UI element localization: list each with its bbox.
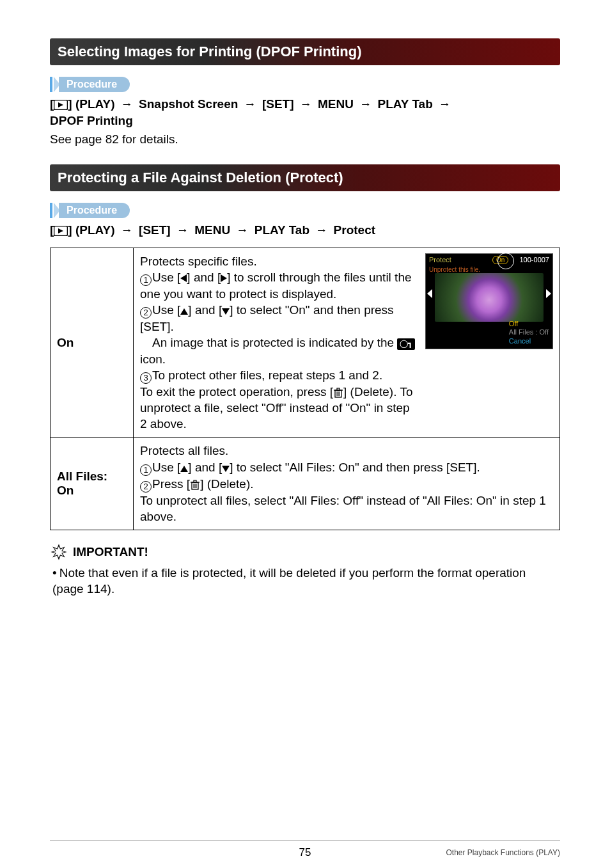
arrow-icon: →	[315, 223, 327, 237]
option-on-text: Protects specific files. 1Use [] and [] …	[140, 253, 419, 432]
svg-rect-12	[194, 480, 196, 482]
left-arrow-icon	[180, 274, 187, 282]
arrow-icon: →	[176, 223, 189, 237]
step-1-icon: 1	[140, 464, 152, 476]
footer-section-name: Other Playback Functions (PLAY)	[446, 848, 560, 857]
table-row: On Protects specific files. 1Use [] and …	[51, 248, 560, 438]
svg-marker-1	[58, 102, 63, 107]
table-row: All Files: On Protects all files. 1Use […	[51, 438, 560, 530]
indicated-b: icon.	[140, 352, 166, 366]
procedure-label-row: Procedure	[50, 77, 560, 92]
play-mode-icon	[54, 100, 68, 110]
path-seg-dpof: DPOF Printing	[50, 114, 133, 127]
procedure-label-row: Procedure	[50, 203, 560, 218]
step1-a: Use [	[152, 271, 180, 284]
protect-options-table: On Protects specific files. 1Use [] and …	[50, 248, 560, 530]
path-seg-set: [SET]	[139, 223, 171, 237]
menu-path-protect: [] (PLAY) → [SET] → MENU → PLAY Tab → Pr…	[50, 222, 560, 239]
page-footer: 75 Other Playback Functions (PLAY)	[50, 840, 560, 859]
camera-screenshot: Protect On 100-0007 Unprotect this file.…	[425, 253, 553, 349]
screenshot-menu: Off All Files : Off Cancel	[509, 320, 549, 346]
up-arrow-icon	[180, 308, 188, 315]
path-seg-protect: Protect	[334, 223, 375, 237]
right-arrow-icon	[221, 274, 227, 282]
important-note-text: Note that even if a file is protected, i…	[52, 566, 526, 596]
step2-b: ] and [	[188, 303, 222, 317]
step-1-icon: 1	[140, 274, 152, 286]
see-page-text: See page 82 for details.	[50, 132, 560, 146]
screenshot-unprotect-label: Unprotect this file.	[426, 266, 552, 273]
arrow-icon: →	[439, 97, 451, 111]
trash-icon	[333, 387, 343, 398]
arrow-icon: →	[244, 97, 256, 111]
trash-icon	[190, 479, 200, 491]
screenshot-menu-allfiles: All Files : Off	[509, 328, 549, 337]
svg-marker-3	[58, 228, 63, 233]
procedure-label: Procedure	[59, 203, 130, 218]
step3: To protect other files, repeat steps 1 a…	[152, 368, 382, 382]
menu-path-dpof: [] (PLAY) → Snapshot Screen → [SET] → ME…	[50, 96, 560, 129]
screenshot-protect-label: Protect	[429, 256, 451, 264]
option-desc-on: Protects specific files. 1Use [] and [] …	[134, 248, 560, 438]
important-note: •Note that even if a file is protected, …	[50, 565, 560, 597]
step-2-icon: 2	[140, 481, 152, 493]
arrow-icon: →	[300, 97, 312, 111]
step2-a: Use [	[152, 303, 180, 317]
screenshot-on-badge: On	[492, 256, 508, 264]
important-heading: IMPORTANT!	[50, 543, 560, 561]
step2-a: Press [	[152, 477, 190, 491]
procedure-accent-bar	[50, 77, 52, 92]
step2-b: ] (Delete).	[200, 477, 253, 491]
screenshot-counter: 100-0007	[520, 256, 550, 264]
option-desc-allfiles: Protects all files. 1Use [] and [] to se…	[134, 438, 560, 530]
step1-b: ] and [	[187, 271, 221, 284]
screenshot-flower-image	[435, 273, 544, 322]
protected-key-icon: ◯┓	[397, 338, 415, 350]
screenshot-nav-left-icon	[427, 289, 432, 298]
arrow-icon: →	[121, 223, 133, 237]
screenshot-nav-right-icon	[546, 289, 551, 298]
exit-a: To exit the protect operation, press [	[140, 385, 333, 398]
up-arrow-icon	[180, 466, 188, 472]
play-label: ] (PLAY)	[68, 223, 114, 237]
important-label: IMPORTANT!	[73, 545, 148, 559]
intro-line: Protects all files.	[140, 444, 228, 457]
svg-rect-6	[337, 388, 340, 390]
path-seg-menu: MENU	[194, 223, 230, 237]
path-seg-snapshot: Snapshot Screen	[139, 97, 238, 111]
path-seg-set: [SET]	[262, 97, 294, 111]
down-arrow-icon	[222, 466, 230, 472]
step1-a: Use [	[152, 461, 180, 474]
path-seg-playtab: PLAY Tab	[378, 97, 433, 111]
section-heading-protect: Protecting a File Against Deletion (Prot…	[50, 164, 560, 191]
page-number: 75	[299, 846, 311, 859]
screenshot-menu-off: Off	[509, 320, 549, 329]
arrow-icon: →	[237, 223, 249, 237]
screenshot-menu-cancel: Cancel	[509, 337, 549, 346]
step1-c: ] to select "All Files: On" and then pre…	[230, 461, 480, 474]
important-burst-icon	[50, 543, 68, 561]
option-label-allfiles: All Files: On	[51, 438, 134, 530]
step-2-icon: 2	[140, 307, 152, 319]
arrow-icon: →	[121, 97, 133, 111]
play-mode-icon	[54, 226, 68, 236]
arrow-icon: →	[359, 97, 371, 111]
path-seg-menu: MENU	[318, 97, 354, 111]
procedure-accent-bar	[50, 203, 52, 218]
down-arrow-icon	[222, 308, 230, 315]
bullet-icon: •	[52, 566, 57, 580]
section-heading-dpof: Selecting Images for Printing (DPOF Prin…	[50, 38, 560, 65]
step-3-icon: 3	[140, 372, 152, 384]
procedure-label: Procedure	[59, 77, 130, 92]
intro-line: Protects specific files.	[140, 255, 257, 268]
path-seg-playtab: PLAY Tab	[254, 223, 309, 237]
play-label: ] (PLAY)	[68, 97, 114, 111]
unprotect-all-text: To unprotect all files, select "All File…	[140, 494, 546, 523]
step1-b: ] and [	[188, 461, 222, 474]
option-label-on: On	[51, 248, 134, 438]
indicated-a: An image that is protected is indicated …	[152, 336, 397, 349]
